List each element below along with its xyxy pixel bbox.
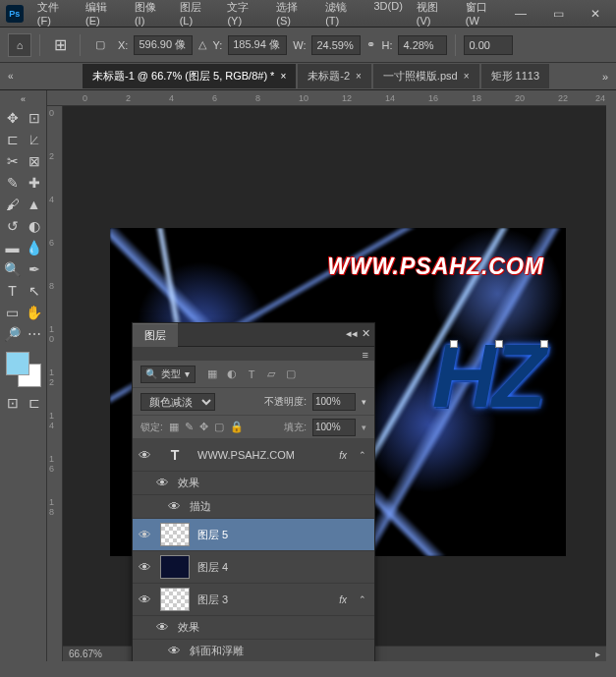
- visibility-icon[interactable]: 👁: [168, 644, 182, 658]
- maximize-icon[interactable]: ▭: [543, 4, 573, 24]
- lasso-tool[interactable]: ⟀: [25, 130, 44, 149]
- zoom-tool[interactable]: 🔎: [3, 324, 23, 344]
- tool-preset-icon[interactable]: ⌂: [8, 33, 31, 57]
- right-panel-collapsed[interactable]: [606, 90, 616, 661]
- shape-tool[interactable]: ▭: [3, 303, 23, 322]
- lock-brush-icon[interactable]: ✎: [185, 421, 194, 433]
- eraser-tool[interactable]: ◐: [25, 216, 44, 236]
- brush-tool[interactable]: 🖌: [3, 195, 23, 214]
- lock-label: 锁定:: [140, 421, 163, 434]
- close-icon[interactable]: ✕: [581, 4, 610, 24]
- menu-text[interactable]: 文字(Y): [221, 0, 268, 29]
- path-tool[interactable]: ↖: [25, 281, 44, 301]
- dodge-tool[interactable]: 🔍: [3, 259, 23, 279]
- fg-color-swatch[interactable]: [6, 352, 29, 375]
- pen-tool[interactable]: ✒: [25, 259, 44, 279]
- filter-type-select[interactable]: 🔍 类型 ▾: [140, 366, 196, 383]
- canvas[interactable]: WWW.PSAHZ.COM HZ 图层 ◂◂ ✕ ≡: [63, 106, 606, 661]
- zoom-level[interactable]: 66.67%: [69, 649, 102, 659]
- fill-input[interactable]: [312, 419, 356, 436]
- hand-tool[interactable]: ✋: [25, 303, 44, 322]
- menu-edit[interactable]: 编辑(E): [80, 0, 127, 29]
- tabs-overflow-icon[interactable]: »: [602, 71, 608, 83]
- heal-tool[interactable]: ✚: [25, 173, 44, 193]
- fx-badge[interactable]: fx: [339, 594, 347, 605]
- toolbox-toggle-icon[interactable]: «: [21, 94, 26, 104]
- layer-row[interactable]: 👁 图层 3 fx⌃: [133, 584, 374, 616]
- panel-toggle-icon[interactable]: «: [8, 71, 14, 82]
- opacity-input[interactable]: [312, 393, 356, 411]
- edit-toolbar[interactable]: ⋯: [25, 324, 44, 344]
- filter-shape-icon[interactable]: ▱: [264, 367, 278, 381]
- layer-row-selected[interactable]: 👁 图层 5: [133, 519, 374, 551]
- lock-all-icon[interactable]: 🔒: [230, 421, 244, 433]
- fx-badge[interactable]: fx: [339, 450, 347, 461]
- rotate-input[interactable]: [464, 35, 513, 55]
- type-tool[interactable]: T: [3, 281, 23, 301]
- panel-menu-icon[interactable]: ≡: [363, 349, 368, 361]
- filter-adjust-icon[interactable]: ◐: [225, 367, 239, 381]
- menu-file[interactable]: 文件(F): [31, 0, 78, 29]
- visibility-icon[interactable]: 👁: [139, 592, 152, 607]
- status-arrow-icon[interactable]: ▸: [595, 649, 600, 659]
- menu-filter[interactable]: 滤镜(T): [319, 0, 365, 29]
- artboard-tool[interactable]: ⊡: [25, 108, 44, 128]
- triangle-icon[interactable]: △: [198, 38, 206, 51]
- color-swatches[interactable]: [6, 352, 41, 387]
- marquee-tool[interactable]: ⊏: [3, 130, 23, 149]
- blur-tool[interactable]: 💧: [25, 238, 44, 257]
- layer-effects-row[interactable]: 👁 效果: [133, 472, 374, 495]
- menu-select[interactable]: 选择(S): [270, 0, 317, 29]
- visibility-icon[interactable]: 👁: [156, 476, 170, 490]
- y-input[interactable]: [228, 35, 287, 55]
- layer-row[interactable]: 👁 T WWW.PSAHZ.COM fx⌃: [133, 439, 374, 472]
- transform-handles[interactable]: [450, 338, 548, 350]
- menu-image[interactable]: 图像(I): [129, 0, 172, 29]
- panel-close-icon[interactable]: ✕: [362, 327, 370, 340]
- quickmask-tool[interactable]: ⊡: [3, 393, 23, 413]
- tab-close-icon[interactable]: ×: [280, 71, 286, 82]
- tab-2[interactable]: 未标题-2×: [298, 64, 371, 88]
- relative-icon[interactable]: ▢: [88, 33, 112, 57]
- layer-effects-row[interactable]: 👁 效果: [133, 616, 374, 640]
- link-icon[interactable]: ⚭: [366, 38, 375, 51]
- lock-pixels-icon[interactable]: ▦: [169, 421, 179, 433]
- layer-bevel-row[interactable]: 👁 斜面和浮雕: [133, 640, 374, 661]
- filter-text-icon[interactable]: T: [245, 367, 258, 381]
- w-input[interactable]: [311, 35, 361, 55]
- layers-tab[interactable]: 图层: [133, 323, 178, 347]
- screenmode-tool[interactable]: ⊏: [25, 393, 44, 413]
- filter-smart-icon[interactable]: ▢: [284, 367, 298, 381]
- stamp-tool[interactable]: ▲: [25, 195, 44, 214]
- minimize-icon[interactable]: —: [506, 4, 535, 24]
- visibility-icon[interactable]: 👁: [139, 448, 152, 463]
- visibility-icon[interactable]: 👁: [139, 560, 152, 575]
- layer-row[interactable]: 👁 图层 4: [133, 551, 374, 584]
- lock-position-icon[interactable]: ✥: [199, 421, 208, 433]
- panel-collapse-icon[interactable]: ◂◂: [346, 327, 358, 340]
- tab-4[interactable]: 矩形 1113: [481, 64, 550, 88]
- ruler-horizontal: 024681012141618202224: [47, 90, 606, 106]
- history-brush-tool[interactable]: ↺: [3, 216, 23, 236]
- anchor-icon[interactable]: ⊞: [48, 33, 72, 57]
- visibility-icon[interactable]: 👁: [156, 620, 170, 635]
- h-input[interactable]: [398, 35, 447, 55]
- frame-tool[interactable]: ⊠: [25, 151, 44, 171]
- blend-mode-select[interactable]: 颜色减淡: [140, 393, 215, 411]
- lock-artboard-icon[interactable]: ▢: [214, 421, 224, 433]
- filter-pixel-icon[interactable]: ▦: [205, 367, 219, 381]
- menu-view[interactable]: 视图(V): [411, 0, 458, 29]
- menu-3d[interactable]: 3D(D): [367, 0, 408, 29]
- tab-active[interactable]: 未标题-1 @ 66.7% (图层 5, RGB/8#) *×: [83, 64, 296, 88]
- visibility-icon[interactable]: 👁: [139, 528, 152, 542]
- menu-layer[interactable]: 图层(L): [174, 0, 220, 29]
- visibility-icon[interactable]: 👁: [168, 499, 182, 514]
- layer-stroke-row[interactable]: 👁 描边: [133, 495, 374, 519]
- gradient-tool[interactable]: ▬: [3, 238, 23, 257]
- crop-tool[interactable]: ✂: [3, 151, 23, 171]
- move-tool[interactable]: ✥: [3, 108, 23, 128]
- x-input[interactable]: [134, 35, 193, 55]
- eyedropper-tool[interactable]: ✎: [3, 173, 23, 193]
- menu-window[interactable]: 窗口(W: [460, 0, 506, 29]
- tab-3[interactable]: 一寸照模版.psd×: [373, 64, 479, 88]
